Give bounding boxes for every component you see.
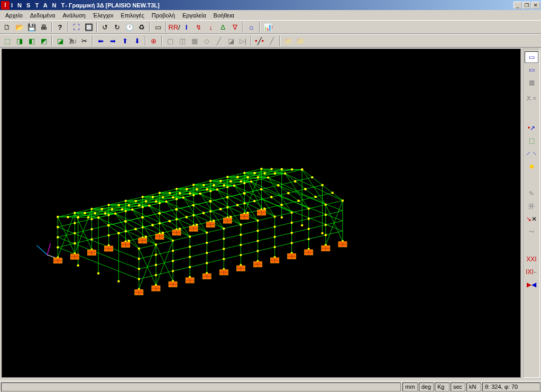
svg-line-199 [139, 255, 156, 259]
svg-line-257 [309, 225, 326, 229]
svg-line-325 [326, 205, 343, 241]
svg-line-102 [105, 209, 122, 214]
menu-data[interactable]: Δεδομένα [27, 11, 59, 20]
toolbar-row-1: 🗋 📂 💾 🖶 ? ⛶ 🔲 ↺ ↻ 🕐 ♻ ▭ RR/ I ↯ ↓ Δ ∇ ⌂ … [0, 20, 541, 34]
structure-button[interactable]: ⌂ [245, 21, 258, 33]
panel-frame-mode-1[interactable]: XXI [525, 253, 538, 265]
rotate-ccw-button[interactable]: ↺ [99, 21, 111, 33]
rotate-cw-button[interactable]: ↻ [111, 21, 123, 33]
cut-button[interactable]: ✂ [78, 35, 90, 47]
separator [166, 22, 167, 32]
dim-cube-button: ◪ [225, 35, 237, 47]
panel-mirror-tool[interactable]: ▶◀ [525, 279, 538, 290]
dim-box2-button: ◫ [176, 35, 188, 47]
menubar: Αρχείο Δεδομένα Ανάλυση Έλεγχοι Επιλογές… [0, 10, 541, 20]
svg-line-105 [173, 236, 190, 241]
panel-btn-3[interactable]: ▦ [525, 77, 538, 88]
panel-x-equals[interactable]: X = [525, 93, 538, 104]
help-button[interactable]: ? [54, 21, 66, 33]
svg-line-204 [75, 219, 91, 223]
panel-link-tool[interactable]: ⟋⟍ [525, 148, 538, 159]
target-button[interactable]: ⊕ [148, 35, 160, 47]
menu-help[interactable]: Βοήθεια [210, 11, 237, 20]
svg-line-319 [75, 213, 91, 249]
shape-button[interactable]: ▭ [152, 21, 164, 33]
viewport-3d[interactable]: z [2, 49, 521, 378]
view-iso-button[interactable]: ⬚ [1, 35, 13, 47]
svg-line-156 [207, 185, 224, 189]
panel-btn-1[interactable]: ▭ [525, 51, 538, 63]
svg-line-226 [143, 213, 160, 217]
view-top-button[interactable]: ◨ [13, 35, 25, 47]
panel-frame-tool[interactable]: ⬚ [525, 135, 538, 147]
clock-button[interactable]: 🕐 [123, 21, 135, 33]
load-2-button[interactable]: ↓ [205, 21, 217, 33]
panel-measure-tool[interactable]: ↘✕ [525, 213, 538, 225]
arrow-down-button[interactable]: ⬇ [131, 35, 143, 47]
separator [243, 22, 244, 32]
panel-erase-tool[interactable]: ◆ [525, 160, 538, 172]
close-button[interactable]: ✕ [531, 2, 540, 9]
panel-frame-mode-2[interactable]: IXI↔ [525, 266, 538, 278]
arrow-right-button[interactable]: ➡ [107, 35, 119, 47]
minimize-button[interactable]: _ [514, 2, 522, 9]
svg-line-249 [292, 239, 309, 243]
svg-line-93 [88, 213, 105, 217]
arrow-up-button[interactable]: ⬆ [119, 35, 131, 47]
restore-button[interactable]: ❐ [522, 2, 531, 9]
menu-analysis[interactable]: Ανάλυση [59, 11, 88, 20]
svg-line-237 [258, 247, 274, 251]
svg-line-123 [207, 229, 224, 233]
view-side-button[interactable]: ◩ [38, 35, 50, 47]
refresh-button[interactable]: ♻ [135, 21, 148, 33]
save-file-button[interactable]: 💾 [25, 21, 38, 33]
wireframe-model: z [2, 49, 520, 377]
open-file-button[interactable]: 📂 [13, 21, 25, 33]
section-button[interactable]: I [180, 21, 192, 33]
separator [51, 35, 52, 46]
load-1-button[interactable]: ↯ [192, 21, 205, 33]
separator [259, 22, 260, 32]
menu-tools[interactable]: Εργαλεία [179, 11, 209, 20]
load-3-button[interactable]: Δ [217, 21, 229, 33]
svg-line-107 [102, 205, 119, 209]
window-controls: _ ❐ ✕ [514, 2, 540, 9]
svg-line-5 [47, 243, 50, 255]
zoom-window-button[interactable]: 🔲 [82, 21, 95, 33]
new-file-button[interactable]: 🗋 [1, 21, 13, 33]
cube-button[interactable]: ◪ [54, 35, 66, 47]
panel-btn-2[interactable]: ▭ [525, 64, 538, 76]
menu-file[interactable]: Αρχείο [2, 11, 26, 20]
svg-line-214 [109, 221, 126, 225]
svg-line-141 [241, 221, 258, 225]
svg-line-233 [241, 241, 258, 245]
select-button[interactable]: 🖯| [66, 35, 78, 47]
svg-line-177 [309, 205, 326, 209]
frame-button[interactable]: RR/ [168, 21, 180, 33]
view-front-button[interactable]: ◧ [25, 35, 38, 47]
arrow-left-button[interactable]: ⬅ [95, 35, 107, 47]
menu-options[interactable]: Επιλογές [117, 11, 148, 20]
svg-line-239 [258, 237, 274, 241]
svg-line-192 [275, 169, 292, 174]
svg-line-265 [326, 211, 343, 215]
svg-line-243 [275, 243, 292, 247]
menu-view[interactable]: Προβολή [149, 11, 178, 20]
svg-line-96 [156, 241, 173, 245]
svg-line-217 [190, 243, 207, 247]
menu-checks[interactable]: Έλεγχοι [90, 11, 117, 20]
dim-play-button: ▷| [237, 35, 249, 47]
chart-button[interactable]: 📊i [262, 21, 274, 33]
right-panel: ▭ ▭ ▦ X = •↗ ⬚ ⟋⟍ ◆ ✎ 井 ↘✕ ⤳ XXI IXI↔ ▶◀ [523, 49, 540, 378]
draw-line-button[interactable]: •╱• [253, 35, 265, 47]
svg-line-220 [126, 217, 143, 222]
svg-line-98 [85, 209, 102, 213]
print-button[interactable]: 🖶 [38, 21, 50, 33]
svg-line-221 [207, 249, 224, 253]
document-title: - Γραμμική 3Δ [PLAISIO NEW.T3L] [65, 2, 159, 8]
panel-node-tool[interactable]: •↗ [525, 122, 538, 134]
svg-line-219 [207, 259, 224, 263]
zoom-fit-button[interactable]: ⛶ [70, 21, 82, 33]
load-4-button[interactable]: ∇ [229, 21, 241, 33]
svg-line-247 [275, 223, 292, 227]
